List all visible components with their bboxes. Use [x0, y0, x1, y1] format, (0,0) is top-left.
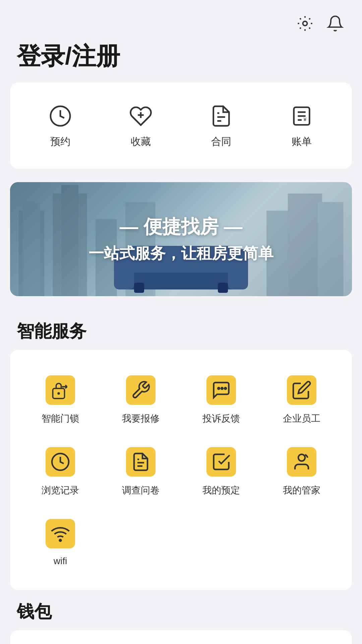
banner-text: — 便捷找房 — 一站式服务，让租房更简单 — [88, 214, 274, 264]
service-enterprise[interactable]: 企业员工 — [261, 363, 342, 435]
svg-point-40 — [60, 540, 61, 541]
smart-services-title: 智能服务 — [0, 310, 362, 350]
bill-icon: ¥ — [288, 103, 315, 129]
action-contract[interactable]: 合同 — [181, 96, 261, 155]
service-survey[interactable]: 调查问卷 — [101, 435, 181, 507]
history-label: 浏览记录 — [42, 484, 79, 497]
svg-rect-19 — [288, 194, 322, 296]
action-booking[interactable]: 预约 — [20, 96, 101, 155]
enterprise-icon — [285, 373, 318, 407]
svg-point-39 — [298, 454, 305, 461]
complaint-icon — [204, 373, 238, 407]
action-bill[interactable]: ¥ 账单 — [261, 96, 342, 155]
wifi-icon — [44, 517, 77, 550]
wallet-title: 钱包 — [0, 590, 362, 630]
favorites-icon — [127, 103, 154, 129]
quick-actions-grid: 预约 收藏 合同 — [20, 96, 342, 155]
service-smart-lock[interactable]: 智能门锁 — [20, 363, 101, 435]
svg-point-33 — [221, 388, 223, 389]
notification-button[interactable] — [325, 13, 345, 34]
contract-icon — [208, 103, 235, 129]
repair-label: 我要报修 — [122, 412, 160, 425]
service-wifi[interactable]: wifi — [20, 507, 101, 577]
service-reservation[interactable]: 我的预定 — [181, 435, 261, 507]
settings-button[interactable] — [295, 13, 315, 34]
contract-label: 合同 — [211, 135, 231, 149]
favorites-label: 收藏 — [131, 135, 151, 149]
svg-rect-20 — [318, 202, 344, 297]
manager-label: 我的管家 — [283, 484, 320, 497]
svg-point-28 — [57, 392, 60, 395]
smart-lock-icon — [44, 373, 77, 407]
service-complaint[interactable]: 投诉反馈 — [181, 363, 261, 435]
banner-title: — 便捷找房 — — [88, 214, 274, 240]
smart-lock-label: 智能门锁 — [42, 412, 79, 425]
page-title: 登录/注册 — [0, 37, 362, 83]
history-icon — [44, 445, 77, 479]
action-favorites[interactable]: 收藏 — [101, 96, 181, 155]
smart-services-card: 智能门锁 我要报修 — [10, 350, 352, 590]
service-repair[interactable]: 我要报修 — [101, 363, 181, 435]
reservation-label: 我的预定 — [202, 484, 240, 497]
service-history[interactable]: 浏览记录 — [20, 435, 101, 507]
survey-label: 调查问卷 — [122, 484, 160, 497]
banner-subtitle: 一站式服务，让租房更简单 — [88, 243, 274, 264]
svg-point-32 — [218, 388, 220, 389]
survey-icon — [124, 445, 158, 479]
svg-point-0 — [303, 21, 307, 26]
manager-icon — [285, 445, 318, 479]
wifi-label: wifi — [54, 556, 67, 567]
reservation-icon — [204, 445, 238, 479]
repair-icon — [124, 373, 158, 407]
svg-rect-26 — [218, 283, 228, 293]
svg-point-34 — [225, 388, 226, 389]
wallet-card: 付款码 公积金授权 — [10, 630, 352, 644]
booking-label: 预约 — [50, 135, 70, 149]
services-grid: 智能门锁 我要报修 — [20, 363, 342, 577]
quick-actions-card: 预约 收藏 合同 — [10, 83, 352, 169]
svg-rect-13 — [23, 202, 40, 297]
svg-text:¥: ¥ — [303, 117, 307, 122]
banner[interactable]: — 便捷找房 — 一站式服务，让租房更简单 — [10, 182, 352, 296]
complaint-label: 投诉反馈 — [202, 412, 240, 425]
svg-rect-15 — [61, 185, 78, 297]
svg-rect-25 — [134, 283, 144, 293]
header — [0, 0, 362, 37]
bill-label: 账单 — [292, 135, 312, 149]
enterprise-label: 企业员工 — [283, 412, 320, 425]
service-manager[interactable]: 我的管家 — [261, 435, 342, 507]
booking-icon — [47, 103, 74, 129]
